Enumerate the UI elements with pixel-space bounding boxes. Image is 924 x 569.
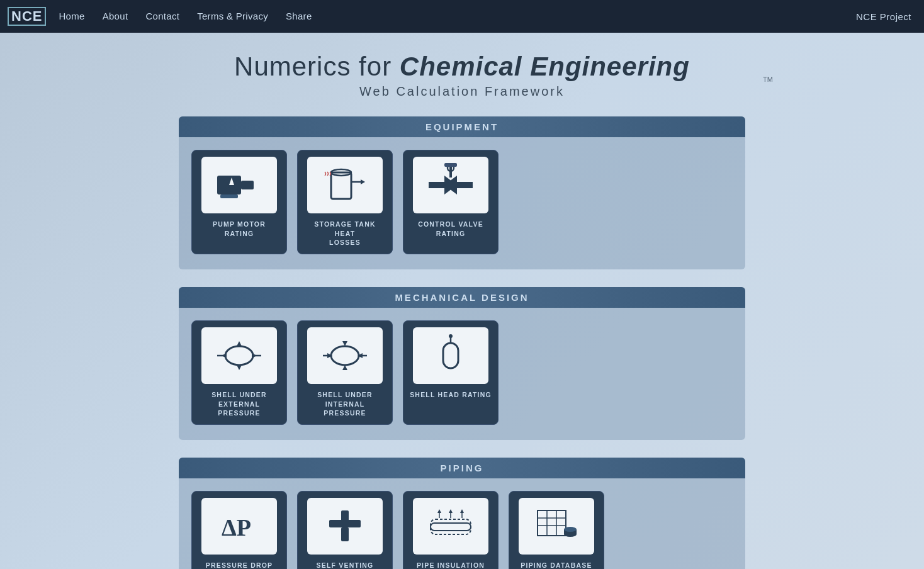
logo-text: NCE: [11, 8, 42, 24]
svg-rect-39: [431, 519, 471, 534]
card-label-self-venting: SELF VENTINGNOZZLE: [317, 561, 374, 569]
card-label-piping-db: PIPING DATABASE: [521, 561, 592, 569]
svg-rect-10: [429, 182, 444, 188]
trademark: TM: [763, 76, 773, 83]
svg-marker-20: [222, 353, 227, 358]
page-title: Numerics for Chemical Engineering: [13, 52, 911, 82]
card-label-shell-head: SHELL HEAD RATING: [410, 390, 492, 400]
svg-marker-21: [252, 353, 257, 358]
svg-rect-6: [331, 172, 351, 199]
svg-point-17: [225, 346, 253, 365]
section-piping: PIPING ΔP PRESSURE DROP: [179, 458, 745, 569]
nav-links: Home About Contact Terms & Privacy Share: [59, 11, 312, 22]
card-control-valve[interactable]: CONTROL VALVERATING: [403, 150, 499, 254]
svg-marker-41: [437, 509, 441, 513]
svg-text:ΔP: ΔP: [222, 514, 251, 541]
svg-rect-3: [241, 181, 254, 189]
svg-rect-5: [220, 194, 238, 198]
section-header-equipment: EQUIPMENT: [179, 116, 745, 137]
svg-rect-46: [538, 510, 566, 536]
svg-rect-37: [341, 527, 349, 541]
nav-share[interactable]: Share: [286, 11, 312, 21]
card-pipe-insulation[interactable]: PIPE INSULATION: [403, 491, 499, 569]
svg-marker-22: [237, 341, 242, 346]
section-header-piping: PIPING: [179, 458, 745, 478]
card-label-pressure-drop: PRESSURE DROP: [206, 561, 273, 569]
svg-rect-36: [341, 510, 349, 523]
mechanical-card-grid: SHELL UNDEREXTERNAL PRESSURE: [191, 320, 733, 425]
nav-home[interactable]: Home: [59, 11, 84, 21]
card-self-venting[interactable]: SELF VENTINGNOZZLE: [297, 491, 393, 569]
card-label-pump-motor: PUMP MOTORRATING: [213, 220, 266, 238]
nav-terms[interactable]: Terms & Privacy: [197, 11, 268, 21]
section-mechanical: MECHANICAL DESIGN SHELL UNDE: [179, 287, 745, 440]
card-label-control-valve: CONTROL VALVERATING: [418, 220, 483, 238]
card-label-storage-tank: STORAGE TANK HEATLOSSES: [304, 220, 386, 247]
nav-contact[interactable]: Contact: [145, 11, 179, 21]
section-equipment: EQUIPMENT PUMP MOTORRATING: [179, 116, 745, 269]
card-shell-head[interactable]: SHELL HEAD RATING: [403, 320, 499, 425]
section-header-mechanical: MECHANICAL DESIGN: [179, 287, 745, 308]
title-section: Numerics for Chemical Engineering Web Ca…: [13, 52, 911, 99]
card-shell-int[interactable]: SHELL UNDERINTERNAL PRESSURE: [297, 320, 393, 425]
logo[interactable]: NCE: [8, 7, 47, 26]
card-label-pipe-insulation: PIPE INSULATION: [417, 561, 485, 569]
svg-point-33: [449, 334, 453, 338]
nav-about[interactable]: About: [103, 11, 128, 21]
card-pressure-drop[interactable]: ΔP PRESSURE DROP: [191, 491, 287, 569]
svg-rect-16: [444, 163, 457, 167]
svg-point-24: [331, 346, 359, 365]
svg-marker-23: [237, 365, 242, 370]
card-storage-tank[interactable]: STORAGE TANK HEATLOSSES: [297, 150, 393, 254]
piping-card-grid: ΔP PRESSURE DROP SELF VENTINGNOZZLE: [191, 491, 733, 569]
nav-project: NCE Project: [856, 11, 911, 22]
navbar: NCE Home About Contact Terms & Privacy S…: [0, 0, 924, 33]
card-piping-db[interactable]: PIPING DATABASE: [509, 491, 604, 569]
svg-rect-31: [443, 343, 458, 368]
svg-marker-45: [460, 509, 464, 513]
card-pump-motor[interactable]: PUMP MOTORRATING: [191, 150, 287, 254]
equipment-card-grid: PUMP MOTORRATING STORAGE T: [191, 150, 733, 254]
svg-rect-38: [431, 523, 471, 531]
svg-marker-43: [449, 509, 453, 513]
page-subtitle: Web Calculation Framework: [13, 84, 911, 99]
svg-marker-9: [361, 179, 365, 184]
main-content: Numerics for Chemical Engineering Web Ca…: [0, 33, 924, 569]
svg-point-53: [564, 527, 577, 532]
card-shell-ext[interactable]: SHELL UNDEREXTERNAL PRESSURE: [191, 320, 287, 425]
card-label-shell-int: SHELL UNDERINTERNAL PRESSURE: [304, 390, 386, 418]
card-label-shell-ext: SHELL UNDEREXTERNAL PRESSURE: [198, 390, 280, 418]
svg-rect-11: [457, 182, 473, 188]
